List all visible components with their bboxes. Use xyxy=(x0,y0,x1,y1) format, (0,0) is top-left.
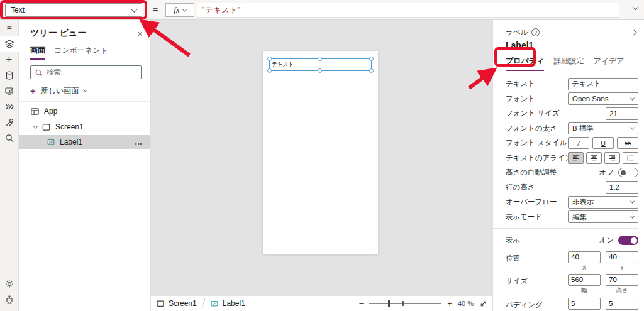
align-center-icon xyxy=(590,154,598,162)
position-y-input[interactable] xyxy=(606,251,638,263)
canvas-area[interactable]: テキスト xyxy=(151,20,492,295)
align-right-button[interactable] xyxy=(604,152,620,164)
tree-search-box[interactable] xyxy=(30,65,142,79)
tab-properties[interactable]: プロパティ xyxy=(506,56,544,71)
control-name: Label1 xyxy=(506,40,638,50)
advanced-tools-button[interactable] xyxy=(0,114,19,130)
resize-handle-bottom-center[interactable] xyxy=(318,68,322,73)
settings-button[interactable] xyxy=(0,276,19,292)
formula-input[interactable]: "テキスト" xyxy=(197,3,619,18)
hamburger-menu-button[interactable]: ≡ xyxy=(0,20,19,36)
new-screen-button[interactable]: + 新しい画面 xyxy=(19,79,150,102)
breadcrumb-separator xyxy=(201,298,205,308)
zoom-slider-thumb[interactable] xyxy=(388,300,390,307)
left-nav-rail: ≡ + xyxy=(0,20,19,311)
search-button[interactable] xyxy=(0,130,19,146)
zoom-percentage[interactable]: 40 % xyxy=(458,300,474,307)
properties-panel-tabs: プロパティ 詳細設定 アイデア xyxy=(506,56,638,71)
tree-view-title: ツリー ビュー xyxy=(30,28,86,39)
expander-chevron-icon[interactable] xyxy=(33,124,38,128)
align-right-icon xyxy=(608,154,616,162)
font-size-input[interactable] xyxy=(606,107,638,120)
chevron-down-icon xyxy=(131,6,138,13)
strikethrough-button[interactable]: ab xyxy=(617,137,638,149)
help-icon[interactable]: ? xyxy=(531,28,540,36)
property-row-font: フォント Open Sans xyxy=(506,92,638,107)
auto-height-toggle-label: オフ xyxy=(599,168,614,177)
chevron-down-icon xyxy=(630,199,635,204)
zoom-in-button[interactable]: + xyxy=(447,300,452,308)
assistant-button[interactable] xyxy=(0,292,19,307)
size-height-input[interactable] xyxy=(606,274,638,286)
resize-handle-top-center[interactable] xyxy=(318,57,322,61)
app-icon xyxy=(30,107,40,116)
collapse-panel-chevron[interactable] xyxy=(631,30,637,36)
font-weight-dropdown[interactable]: B 標準 xyxy=(568,122,638,134)
screen-artboard[interactable]: テキスト xyxy=(263,51,378,254)
position-x-input[interactable] xyxy=(568,251,601,263)
formula-bar-expand-chevron[interactable] xyxy=(633,4,639,10)
tab-components[interactable]: コンポーネント xyxy=(54,45,108,60)
tree-item-app[interactable]: App xyxy=(19,104,150,118)
property-selector-dropdown[interactable]: Text xyxy=(5,3,142,17)
fit-to-window-icon[interactable] xyxy=(479,300,487,308)
zoom-controls: − + 40 % xyxy=(359,300,487,308)
screen-icon xyxy=(156,299,165,308)
italic-button[interactable]: / xyxy=(568,137,589,149)
padding-top-input[interactable] xyxy=(568,298,601,310)
size-width-input[interactable] xyxy=(568,274,601,286)
fx-dropdown[interactable]: fx xyxy=(165,3,194,17)
text-input[interactable] xyxy=(568,78,638,90)
visible-toggle-label: オン xyxy=(599,236,614,245)
property-selector-value: Text xyxy=(11,6,25,14)
display-mode-dropdown[interactable]: 編集 xyxy=(568,210,638,223)
media-icon xyxy=(4,86,14,96)
new-screen-label: 新しい画面 xyxy=(41,85,79,96)
font-dropdown[interactable]: Open Sans xyxy=(568,92,638,105)
align-left-button[interactable] xyxy=(568,152,584,164)
resize-handle-bottom-right[interactable] xyxy=(369,68,374,73)
data-button[interactable] xyxy=(0,67,19,83)
breadcrumb-label1[interactable]: Label1 xyxy=(210,299,245,308)
selected-label-control[interactable]: テキスト xyxy=(269,58,372,71)
tree-view-tabs: 画面 コンポーネント xyxy=(19,39,150,60)
underline-button[interactable]: U xyxy=(592,137,614,149)
resize-handle-top-left[interactable] xyxy=(267,57,272,61)
tab-ideas[interactable]: アイデア xyxy=(593,56,624,71)
tab-advanced[interactable]: 詳細設定 xyxy=(553,56,584,71)
power-automate-button[interactable] xyxy=(0,99,19,114)
tree-search-input[interactable] xyxy=(47,68,135,76)
label-control-icon xyxy=(210,299,219,308)
fx-icon: fx xyxy=(174,5,179,15)
zoom-slider[interactable] xyxy=(369,303,441,304)
formula-bar: Text = fx "テキスト" xyxy=(0,0,644,20)
media-button[interactable] xyxy=(0,83,19,99)
tree-item-label1[interactable]: Label1 … xyxy=(19,135,150,149)
close-icon[interactable]: × xyxy=(137,28,143,39)
equals-sign: = xyxy=(153,4,158,14)
breadcrumb-screen1[interactable]: Screen1 xyxy=(156,299,197,308)
more-options-icon[interactable]: … xyxy=(135,138,143,146)
zoom-out-button[interactable]: − xyxy=(359,300,364,308)
insert-button[interactable]: + xyxy=(0,52,19,67)
padding-bottom-input[interactable] xyxy=(606,298,638,310)
line-height-input[interactable] xyxy=(606,181,638,194)
align-left-icon xyxy=(572,154,580,162)
align-justify-button[interactable] xyxy=(623,152,638,164)
chevron-down-icon xyxy=(83,88,87,92)
property-row-font-weight: フォントの太さ B 標準 xyxy=(506,121,638,136)
property-row-position: 位置 X Y xyxy=(506,251,638,271)
tree-view-button[interactable] xyxy=(0,36,19,52)
auto-height-toggle[interactable] xyxy=(618,168,638,177)
property-row-overflow: オーバーフロー 非表示 xyxy=(506,195,638,210)
resize-handle-top-right[interactable] xyxy=(369,57,374,61)
tab-screens[interactable]: 画面 xyxy=(30,45,45,60)
tree-view-layers-icon xyxy=(4,39,14,49)
visible-toggle[interactable] xyxy=(618,236,638,245)
tree-item-screen1[interactable]: Screen1 xyxy=(19,120,150,134)
zoom-slider-tick xyxy=(402,301,404,306)
resize-handle-bottom-left[interactable] xyxy=(267,68,272,73)
assistant-bot-icon xyxy=(4,295,14,305)
align-center-button[interactable] xyxy=(586,152,602,164)
overflow-dropdown[interactable]: 非表示 xyxy=(568,196,638,209)
